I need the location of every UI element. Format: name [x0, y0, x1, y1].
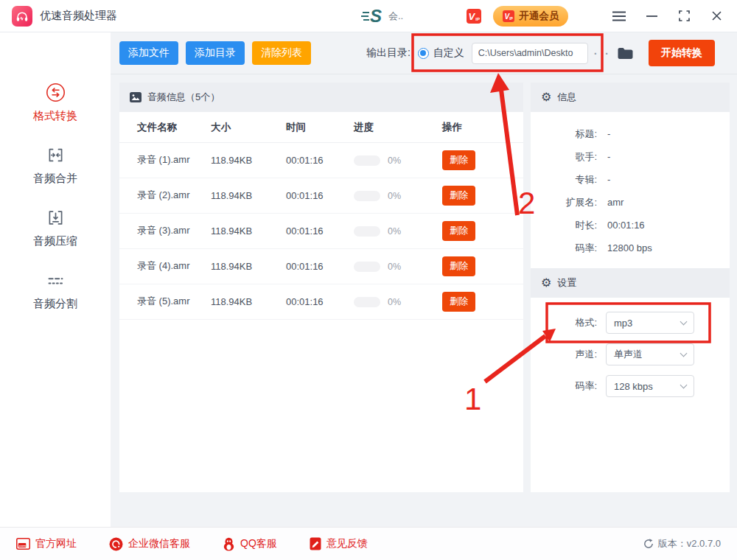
- format-select[interactable]: mp3: [606, 312, 694, 334]
- menu-icon[interactable]: [612, 9, 626, 24]
- titlebar-center: S 会..: [360, 7, 403, 26]
- open-vip-button[interactable]: VIP 开通会员: [493, 6, 568, 27]
- toolbar: 添加文件 添加目录 清除列表 输出目录: 自定义 · · 开始转换: [111, 32, 737, 74]
- app-logo-icon: [12, 6, 32, 27]
- right-panel: ⚙ 信息 标题: - 歌手: - 专辑: - 扩展名: amr 时长: 00:0…: [531, 83, 730, 492]
- progress-percent: 0%: [388, 155, 401, 166]
- channel-select[interactable]: 单声道: [606, 343, 694, 365]
- version-info: 版本：v2.0.7.0: [643, 537, 721, 550]
- file-duration: 00:01:16: [286, 261, 354, 272]
- column-time: 时间: [286, 121, 354, 134]
- sidebar-item-audio-compress[interactable]: 音频压缩: [33, 208, 77, 248]
- start-convert-button[interactable]: 开始转换: [649, 40, 715, 66]
- wechat-work-icon: [109, 537, 123, 551]
- minimize-icon[interactable]: [644, 9, 659, 24]
- info-row-bitrate: 码率: 12800 bps: [531, 237, 730, 259]
- setting-row-bitrate: 码率: 128 kbps: [531, 375, 730, 397]
- bitrate-select[interactable]: 128 kbps: [606, 375, 694, 397]
- info-title: 信息: [557, 91, 576, 104]
- media-list-icon: [130, 92, 142, 102]
- progress-cell: 0%: [354, 226, 442, 237]
- feedback-link[interactable]: 意见反馈: [310, 537, 368, 550]
- delete-button[interactable]: 删除: [442, 150, 475, 170]
- progress-cell: 0%: [354, 297, 442, 307]
- sidebar-item-label: 格式转换: [33, 109, 77, 123]
- qq-icon: [223, 537, 235, 551]
- wechat-work-support-link[interactable]: 企业微信客服: [109, 537, 190, 551]
- titlebar: 优速音频处理器 S 会.. VIP VIP 开通会员: [0, 0, 737, 32]
- audio-list-title: 音频信息（5个）: [147, 91, 220, 104]
- format-select-value: mp3: [614, 318, 632, 329]
- progress-bar: [354, 262, 380, 272]
- qq-support-link[interactable]: QQ客服: [223, 537, 277, 551]
- info-row-title: 标题: -: [531, 122, 730, 145]
- output-directory-group: 输出目录: 自定义 · · 开始转换: [366, 40, 715, 66]
- svg-text:.com: .com: [18, 544, 26, 547]
- info-row-duration: 时长: 00:01:16: [531, 214, 730, 237]
- custom-radio[interactable]: [418, 48, 429, 59]
- browse-folder-button[interactable]: [617, 47, 634, 60]
- chevron-down-icon: [680, 382, 688, 389]
- sidebar-item-label: 音频合并: [33, 172, 77, 186]
- delete-button[interactable]: 删除: [442, 186, 475, 206]
- file-size: 118.94KB: [211, 190, 286, 201]
- member-text: 会..: [388, 10, 403, 23]
- progress-bar: [354, 226, 380, 237]
- delete-button[interactable]: 删除: [442, 256, 475, 276]
- website-icon: .com: [16, 538, 30, 550]
- delete-button[interactable]: 删除: [442, 221, 475, 241]
- table-row: 录音 (2).amr 118.94KB 00:01:16 0% 删除: [119, 178, 523, 214]
- file-name: 录音 (3).amr: [137, 223, 211, 238]
- settings-section-header: ⚙ 设置: [531, 268, 730, 298]
- sidebar-item-label: 音频压缩: [33, 234, 77, 248]
- folder-icon: [617, 47, 634, 60]
- settings-list: 格式: mp3 声道: 单声道 码率: 128 kbps: [531, 298, 730, 397]
- file-size: 118.94KB: [211, 261, 286, 272]
- official-website-link[interactable]: .com 官方网址: [16, 537, 77, 550]
- format-convert-icon: [46, 83, 66, 102]
- progress-bar: [354, 155, 380, 166]
- sidebar-item-format-convert[interactable]: 格式转换: [33, 83, 77, 123]
- progress-cell: 0%: [354, 262, 442, 272]
- svg-text:S: S: [370, 7, 382, 26]
- sidebar-item-label: 音频分割: [33, 297, 77, 311]
- refresh-icon: [643, 539, 654, 549]
- chevron-down-icon: [680, 318, 688, 326]
- output-path-input[interactable]: [472, 43, 588, 64]
- gear-icon: ⚙: [541, 91, 551, 103]
- table-row: 录音 (3).amr 118.94KB 00:01:16 0% 删除: [119, 214, 523, 249]
- progress-percent: 0%: [388, 297, 401, 307]
- audio-merge-icon: [46, 145, 66, 165]
- progress-percent: 0%: [388, 226, 401, 237]
- vip-mini-icon: VIP: [503, 10, 514, 22]
- add-file-button[interactable]: 添加文件: [119, 41, 178, 65]
- delete-button[interactable]: 删除: [442, 292, 475, 312]
- maximize-icon[interactable]: [677, 9, 691, 24]
- file-size: 118.94KB: [211, 296, 286, 307]
- path-ellipsis: · ·: [594, 47, 611, 60]
- info-row-album: 专辑: -: [531, 168, 730, 191]
- setting-row-format: 格式: mp3: [531, 312, 730, 334]
- file-duration: 00:01:16: [286, 155, 354, 166]
- bitrate-select-value: 128 kbps: [614, 381, 653, 392]
- info-row-artist: 歌手: -: [531, 145, 730, 168]
- settings-title: 设置: [557, 276, 576, 290]
- custom-radio-label: 自定义: [433, 46, 464, 60]
- file-duration: 00:01:16: [286, 190, 354, 201]
- chevron-down-icon: [680, 350, 688, 357]
- headphones-icon: [15, 10, 29, 22]
- table-row: 录音 (4).amr 118.94KB 00:01:16 0% 删除: [119, 249, 523, 284]
- feedback-icon: [310, 537, 321, 550]
- file-name: 录音 (5).amr: [137, 294, 211, 309]
- file-duration: 00:01:16: [286, 296, 354, 307]
- sidebar-item-audio-split[interactable]: 音频分割: [33, 270, 77, 311]
- progress-percent: 0%: [388, 191, 401, 201]
- clear-list-button[interactable]: 清除列表: [252, 41, 311, 65]
- file-name: 录音 (2).amr: [137, 188, 211, 203]
- close-icon[interactable]: [709, 9, 724, 24]
- add-directory-button[interactable]: 添加目录: [186, 41, 245, 65]
- sidebar-item-audio-merge[interactable]: 音频合并: [33, 145, 77, 186]
- sidebar: 格式转换 音频合并 音频压缩 音频分割: [0, 32, 111, 527]
- column-operation: 操作: [442, 121, 523, 134]
- file-name: 录音 (4).amr: [137, 259, 211, 273]
